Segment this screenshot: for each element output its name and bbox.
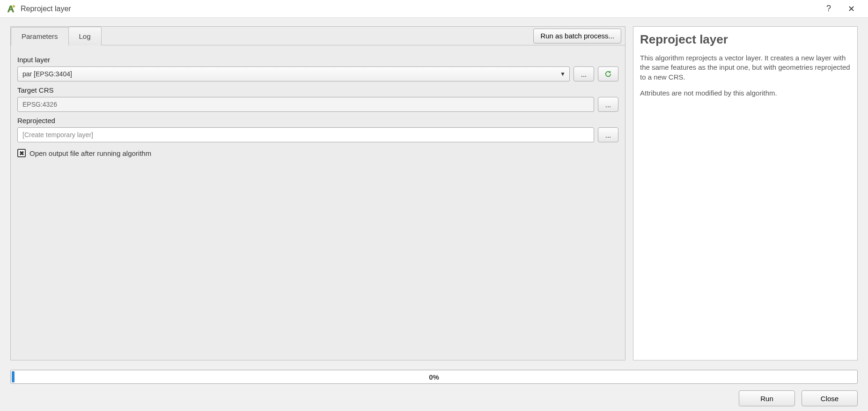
parameters-panel: Parameters Log Run as batch process... I…: [10, 26, 625, 360]
main-area: Parameters Log Run as batch process... I…: [10, 26, 858, 360]
tab-row: Parameters Log Run as batch process...: [11, 27, 625, 45]
open-output-checkbox[interactable]: ✖: [17, 149, 26, 157]
dialog-body: Parameters Log Run as batch process... I…: [0, 18, 868, 411]
input-layer-browse-button[interactable]: ...: [574, 66, 594, 81]
tab-parameters[interactable]: Parameters: [11, 27, 69, 46]
reprojected-row: [Create temporary layer] ...: [17, 127, 618, 142]
qgis-app-icon: [6, 4, 16, 14]
run-batch-button[interactable]: Run as batch process...: [533, 29, 621, 44]
input-layer-reload-button[interactable]: [598, 66, 618, 81]
help-paragraph-1: This algorithm reprojects a vector layer…: [640, 53, 851, 82]
help-title: Reproject layer: [640, 32, 851, 47]
titlebar: Reproject layer ? ✕: [0, 0, 868, 18]
close-button[interactable]: Close: [802, 390, 858, 406]
window-close-button[interactable]: ✕: [840, 0, 862, 17]
reprojected-browse-button[interactable]: ...: [598, 127, 618, 142]
open-output-row: ✖ Open output file after running algorit…: [17, 149, 618, 157]
window-title: Reproject layer: [21, 5, 817, 13]
reprojected-output-input[interactable]: [Create temporary layer]: [17, 127, 594, 142]
reprojected-placeholder: [Create temporary layer]: [22, 131, 93, 139]
input-layer-value: par [EPSG:3404]: [22, 70, 72, 78]
svg-point-0: [13, 5, 15, 7]
chevron-down-icon: ▼: [560, 71, 566, 77]
open-output-label: Open output file after running algorithm: [29, 149, 151, 157]
form-area: Input layer par [EPSG:3404] ▼ ... Target…: [11, 45, 625, 163]
dialog-button-row: Run Close: [10, 390, 858, 406]
target-crs-input[interactable]: EPSG:4326: [17, 97, 594, 112]
input-layer-label: Input layer: [17, 56, 618, 64]
help-panel: Reproject layer This algorithm reproject…: [633, 26, 858, 360]
input-layer-row: par [EPSG:3404] ▼ ...: [17, 66, 618, 81]
progress-row: 0%: [10, 370, 858, 384]
target-crs-row: EPSG:4326 ...: [17, 97, 618, 112]
reload-icon: [604, 70, 612, 78]
target-crs-label: Target CRS: [17, 86, 618, 94]
target-crs-value: EPSG:4326: [22, 101, 57, 108]
progress-percent: 0%: [429, 373, 439, 381]
reprojected-label: Reprojected: [17, 117, 618, 125]
run-button[interactable]: Run: [739, 390, 795, 406]
progress-fill: [12, 371, 15, 382]
input-layer-combo[interactable]: par [EPSG:3404] ▼: [17, 66, 570, 81]
help-button[interactable]: ?: [817, 0, 840, 17]
target-crs-browse-button[interactable]: ...: [598, 97, 618, 112]
progress-bar: 0%: [10, 370, 858, 384]
tab-log[interactable]: Log: [68, 27, 102, 45]
help-paragraph-2: Attributes are not modified by this algo…: [640, 88, 851, 98]
